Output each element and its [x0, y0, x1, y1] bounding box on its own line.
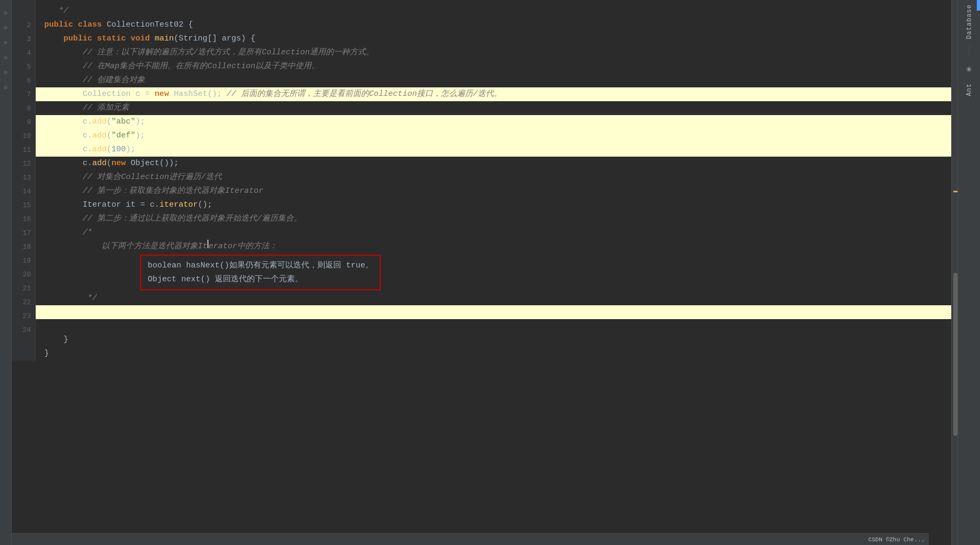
line-num-21: 21	[12, 281, 35, 295]
ant-tab[interactable]: Ant	[963, 79, 975, 101]
code-token: c =	[131, 87, 155, 101]
sidebar-accent-bar	[977, 0, 980, 11]
scrollbar-thumb[interactable]	[953, 273, 958, 436]
code-token: ();	[198, 198, 212, 212]
code-token: add	[92, 143, 107, 157]
code-content[interactable]: */ public class CollectionTest02 { publi…	[36, 0, 951, 361]
sidebar-divider	[969, 46, 969, 56]
code-token: 100	[111, 143, 126, 157]
code-token: class	[78, 18, 107, 32]
code-line-6: // 创建集合对象	[36, 74, 951, 87]
line-num-2: 2	[12, 18, 35, 32]
code-token: c.	[44, 157, 92, 170]
code-token: HashSet	[174, 87, 207, 101]
code-token: CollectionTest02 {	[107, 18, 193, 32]
code-token: c.	[44, 143, 92, 157]
code-token: 以下两个方法是迭代器对象It	[44, 240, 207, 254]
code-token: public	[44, 18, 78, 32]
line-num-24: 24	[12, 323, 35, 337]
gutter-icon-4: ⊙	[2, 53, 10, 62]
code-token: // 后面的集合无所谓，主要是看前面的Collection接口，怎么遍历/迭代。	[227, 87, 502, 101]
left-gutter-icons: ⊙ ⊙ ⊙ ⊙ ⊙ ⊙	[0, 0, 12, 545]
code-line-15: Iterator it = c.iterator();	[36, 198, 951, 212]
code-token: ();	[207, 87, 227, 101]
code-line-17: /*	[36, 226, 951, 240]
code-line-12: c.add(new Object());	[36, 157, 951, 170]
code-token: );	[126, 143, 135, 157]
scrollbar-mark-1	[953, 191, 958, 192]
hasNext-description: boolean hasNext()如果仍有元素可以迭代，则返回 true。	[148, 259, 373, 273]
line-num-11: 11	[12, 143, 35, 157]
iterator-methods-box: boolean hasNext()如果仍有元素可以迭代，则返回 true。 Ob…	[140, 255, 381, 290]
code-token: erator中的方法：	[208, 240, 277, 254]
code-token: /*	[44, 226, 92, 240]
code-token: add	[92, 115, 107, 129]
code-line-24: }	[36, 333, 951, 347]
code-token: c.	[44, 115, 92, 129]
code-token: add	[92, 157, 107, 170]
line-num-5: 5	[12, 60, 35, 74]
code-token: new	[111, 157, 131, 170]
code-token: // 添加元素	[44, 101, 129, 115]
line-num-7: 7	[12, 87, 35, 101]
line-num-22: 22	[12, 295, 35, 309]
line-num-9: 9	[12, 115, 35, 129]
right-sidebar: Database ✳ Ant	[958, 0, 980, 545]
code-token: );	[135, 129, 145, 143]
code-line-25: }	[36, 347, 951, 361]
code-token: */	[44, 291, 97, 305]
line-num-17: 17	[12, 226, 35, 240]
code-token: // 注意：以下讲解的遍历方式/迭代方式，是所有Collection通用的一种方…	[44, 46, 374, 60]
gutter-icon-1: ⊙	[2, 9, 10, 17]
code-token: // 第二步：通过以上获取的迭代器对象开始迭代/遍历集合。	[44, 212, 302, 226]
code-token: Collection	[83, 87, 131, 101]
code-line-23	[36, 319, 951, 333]
code-token: it = c.	[121, 198, 159, 212]
line-num-3: 3	[12, 32, 35, 46]
line-num-4: 4	[12, 46, 35, 60]
code-line-10: c.add("def");	[36, 129, 951, 143]
code-token	[44, 319, 49, 333]
code-token: (	[107, 157, 111, 170]
line-num-20: 20	[12, 267, 35, 281]
code-line-22	[36, 305, 951, 319]
code-line-13: // 对集合Collection进行遍历/迭代	[36, 170, 951, 184]
code-token: ());	[159, 157, 179, 170]
code-token: "def"	[111, 129, 135, 143]
code-token: Object	[131, 157, 159, 170]
next-description: Object next() 返回迭代的下一个元素。	[148, 273, 373, 287]
code-token: // 第一步：获取集合对象的迭代器对象Iterator	[44, 184, 263, 198]
code-line-21: */	[36, 291, 951, 305]
line-num-12: 12	[12, 157, 35, 170]
code-token: void	[131, 32, 155, 46]
line-num-6: 6	[12, 74, 35, 87]
line-num-16: 16	[12, 212, 35, 226]
database-tab[interactable]: Database	[963, 0, 975, 44]
code-token: (	[107, 129, 111, 143]
code-token: }	[44, 333, 68, 347]
code-line-5: // 在Map集合中不能用。在所有的Collection以及子类中使用。	[36, 60, 951, 74]
code-token: new	[155, 87, 174, 101]
code-editor[interactable]: 2 3 4 5 6 7 8 9 10 11 12 13 14 15 16 17 …	[12, 0, 951, 545]
line-num-8: 8	[12, 101, 35, 115]
bottom-bar-text: CSDN ©Zhu Che...	[868, 536, 925, 543]
code-token: // 在Map集合中不能用。在所有的Collection以及子类中使用。	[44, 60, 319, 74]
code-token: public	[44, 32, 97, 46]
code-token: (	[107, 115, 111, 129]
code-token: );	[135, 115, 145, 129]
code-token: */	[44, 4, 68, 18]
code-line-18: 以下两个方法是迭代器对象Iterator中的方法：	[36, 240, 951, 254]
code-line-8: // 添加元素	[36, 101, 951, 115]
line-num-13: 13	[12, 170, 35, 184]
code-line-14: // 第一步：获取集合对象的迭代器对象Iterator	[36, 184, 951, 198]
gutter-icon-3: ⊙	[2, 38, 10, 47]
vertical-scrollbar[interactable]	[951, 0, 958, 545]
gutter-icon-6: ⊙	[2, 83, 10, 92]
gutter-icon-2: ⊙	[2, 23, 10, 32]
line-numbers: 2 3 4 5 6 7 8 9 10 11 12 13 14 15 16 17 …	[12, 0, 36, 361]
ant-icon[interactable]: ✳	[966, 63, 972, 75]
line-num-14: 14	[12, 184, 35, 198]
code-token: "abc"	[111, 115, 135, 129]
line-num-10: 10	[12, 129, 35, 143]
code-line-1: */	[36, 4, 951, 18]
